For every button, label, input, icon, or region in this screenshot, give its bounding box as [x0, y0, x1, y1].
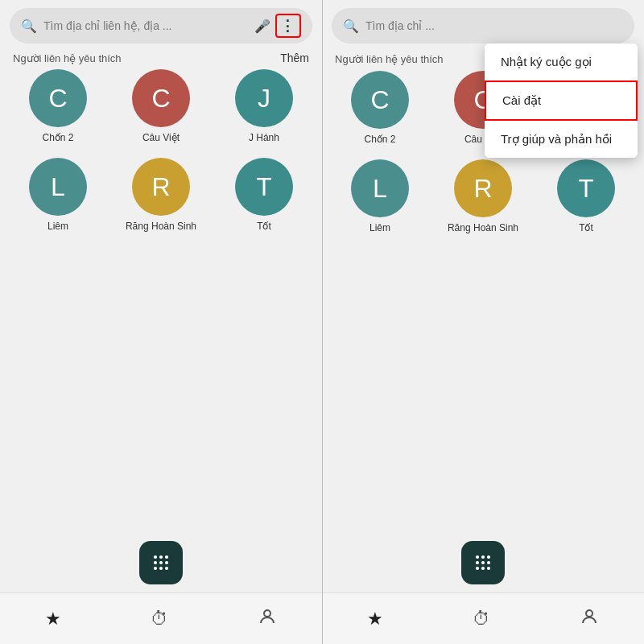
left-search-bar[interactable]: 🔍 Tìm địa chỉ liên hệ, địa ... 🎤 ⋮ [10, 8, 312, 43]
svg-point-3 [154, 561, 157, 564]
avatar: T [557, 159, 615, 217]
avatar: J [235, 69, 293, 127]
contact-name: Liêm [369, 222, 390, 233]
dial-button-left[interactable] [139, 541, 183, 584]
contact-name: Chốn 2 [364, 134, 395, 145]
svg-point-0 [154, 555, 157, 559]
nav-star-left[interactable]: ★ [45, 609, 61, 630]
svg-point-7 [159, 567, 163, 570]
svg-point-14 [481, 561, 485, 564]
contact-item[interactable]: T Tốt [535, 159, 638, 233]
svg-point-19 [586, 610, 592, 617]
contact-name: Răng Hoàn Sinh [126, 221, 196, 232]
right-search-text: Tìm địa chỉ ... [365, 19, 623, 32]
more-options-button-left[interactable]: ⋮ [275, 14, 301, 38]
svg-point-18 [487, 567, 490, 570]
svg-point-10 [476, 555, 479, 559]
contact-item[interactable]: J J Hánh [213, 69, 316, 143]
dial-button-right[interactable] [461, 541, 505, 584]
svg-point-17 [481, 567, 485, 570]
contact-item[interactable]: R Răng Hoàn Sinh [431, 159, 535, 233]
dropdown-menu: Nhật ký cuộc gọi Cài đặt Trợ giúp và phả… [485, 43, 638, 158]
contact-item[interactable]: L Liêm [6, 158, 109, 232]
contact-item[interactable]: T Tốt [213, 158, 316, 232]
svg-point-6 [154, 567, 157, 570]
svg-point-15 [487, 561, 490, 564]
contact-name: Câu Việt [142, 132, 180, 143]
nav-clock-right[interactable]: ⏱ [473, 609, 490, 630]
contact-item[interactable]: L Liêm [328, 159, 431, 233]
contact-item[interactable]: C Chốn 2 [328, 71, 431, 145]
svg-point-2 [165, 555, 168, 559]
left-search-text: Tìm địa chỉ liên hệ, địa ... [43, 19, 250, 32]
dropdown-call-log[interactable]: Nhật ký cuộc gọi [485, 43, 638, 80]
svg-point-1 [159, 555, 163, 559]
svg-point-8 [165, 567, 168, 570]
contact-item[interactable]: C Câu Việt [109, 69, 213, 143]
contact-name: J Hánh [249, 132, 279, 143]
svg-point-11 [481, 555, 485, 559]
dropdown-help[interactable]: Trợ giúp và phản hồi [485, 121, 638, 158]
screen-divider [322, 0, 323, 644]
avatar: C [132, 69, 190, 127]
contact-name: Răng Hoàn Sinh [448, 222, 518, 233]
avatar: T [235, 158, 293, 216]
avatar: L [29, 158, 87, 216]
contact-name: Tốt [579, 222, 593, 233]
dropdown-settings[interactable]: Cài đặt [485, 80, 638, 121]
avatar: C [351, 71, 409, 129]
right-screen: 🔍 Tìm địa chỉ ... Người liên hệ yêu thíc… [322, 0, 644, 644]
nav-clock-left[interactable]: ⏱ [151, 609, 168, 630]
svg-point-5 [165, 561, 168, 564]
contact-item[interactable]: C Chốn 2 [6, 69, 109, 143]
right-section-label: Người liên hệ yêu thích [335, 53, 444, 65]
search-icon-right: 🔍 [343, 19, 359, 34]
contact-name: Tốt [257, 221, 271, 232]
svg-point-4 [159, 561, 163, 564]
nav-contacts-right[interactable] [580, 607, 599, 631]
svg-point-12 [487, 555, 490, 559]
contact-name: Chốn 2 [42, 132, 73, 143]
nav-star-right[interactable]: ★ [367, 609, 383, 630]
left-bottom-nav: ★ ⏱ [0, 592, 322, 644]
search-icon-left: 🔍 [21, 19, 37, 34]
contact-name: Liêm [47, 221, 68, 232]
mic-icon-left: 🎤 [254, 19, 270, 34]
avatar: R [132, 158, 190, 216]
nav-contacts-left[interactable] [258, 607, 277, 631]
left-screen: 🔍 Tìm địa chỉ liên hệ, địa ... 🎤 ⋮ Người… [0, 0, 322, 644]
right-search-bar[interactable]: 🔍 Tìm địa chỉ ... [332, 8, 634, 43]
avatar: L [351, 159, 409, 217]
add-label[interactable]: Thêm [280, 52, 309, 64]
avatar: C [29, 69, 87, 127]
left-section-label: Người liên hệ yêu thích [13, 52, 122, 64]
right-bottom-nav: ★ ⏱ [322, 592, 644, 644]
contact-item[interactable]: R Răng Hoàn Sinh [109, 158, 213, 232]
svg-point-16 [476, 567, 479, 570]
left-contacts-grid: C Chốn 2 C Câu Việt J J Hánh L Liêm R Ră… [0, 69, 322, 246]
svg-point-9 [264, 610, 270, 617]
svg-point-13 [476, 561, 479, 564]
avatar: R [454, 159, 512, 217]
